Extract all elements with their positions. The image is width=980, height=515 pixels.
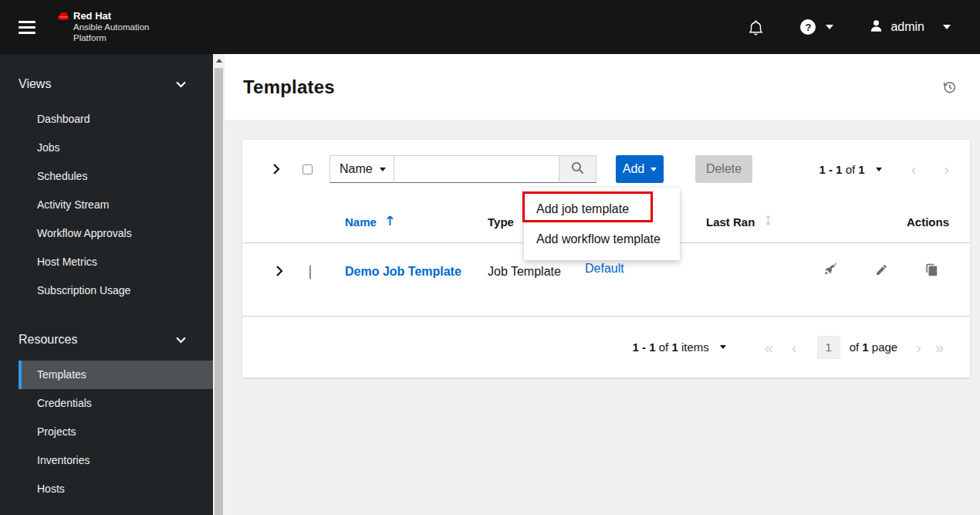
- pencil-icon[interactable]: [875, 263, 888, 277]
- sidebar-item-workflow-approvals[interactable]: Workflow Approvals: [0, 219, 213, 248]
- bottom-pagination: 1 - 1 of 1 items « ‹ of 1 page › »: [242, 317, 970, 378]
- last-page-button[interactable]: »: [935, 340, 944, 355]
- current-page-input[interactable]: [817, 336, 840, 359]
- sidebar-item-projects[interactable]: Projects: [0, 418, 213, 446]
- chevron-down-icon: [943, 25, 951, 29]
- history-icon[interactable]: [942, 80, 957, 94]
- main-content: Templates Name Add Delete: [225, 54, 980, 515]
- row-expand-icon[interactable]: [242, 243, 307, 277]
- per-page-caret-icon[interactable]: [720, 345, 726, 349]
- column-header-label: Name: [345, 215, 377, 229]
- brand-subtitle-line1: Ansible Automation: [73, 22, 149, 33]
- redhat-fedora-icon: [57, 10, 69, 24]
- sort-ascending-icon: [386, 215, 394, 229]
- chevron-down-icon: [826, 25, 833, 29]
- menu-item-add-workflow-template[interactable]: Add workflow template: [524, 224, 680, 254]
- help-menu-button[interactable]: ?: [800, 19, 833, 35]
- sidebar-item-dashboard[interactable]: Dashboard: [0, 105, 213, 134]
- brand-logo: Red Hat Ansible Automation Platform: [57, 10, 149, 43]
- sidebar-section-resources[interactable]: Resources: [0, 328, 213, 351]
- column-header-last-ran[interactable]: Last Ran: [706, 214, 823, 229]
- chevron-down-icon: [651, 168, 657, 171]
- hamburger-icon[interactable]: [19, 18, 37, 37]
- user-name: admin: [890, 20, 924, 34]
- copy-icon[interactable]: [925, 263, 938, 277]
- templates-list-card: Name Add Delete 1 - 1 of 1 ‹ ›: [242, 140, 970, 378]
- add-dropdown-menu: Add job template Add workflow template: [524, 188, 680, 260]
- search-icon: [571, 161, 584, 177]
- sidebar-item-inventories[interactable]: Inventories: [0, 446, 213, 475]
- items-range: 1 - 1 of 1 items: [633, 341, 709, 354]
- search-button[interactable]: [559, 155, 596, 183]
- rocket-icon[interactable]: [824, 263, 838, 277]
- column-header-label: Last Ran: [706, 215, 755, 229]
- menu-item-add-job-template[interactable]: Add job template: [524, 194, 680, 224]
- organization-link[interactable]: Default: [585, 262, 624, 275]
- chevron-down-icon: [380, 168, 386, 171]
- sidebar-item-schedules[interactable]: Schedules: [0, 162, 213, 191]
- sidebar-item-activity-stream[interactable]: Activity Stream: [0, 191, 213, 219]
- scrollbar-thumb[interactable]: [215, 68, 223, 515]
- next-page-button[interactable]: ›: [916, 340, 921, 355]
- sidebar-item-templates[interactable]: Templates: [19, 361, 213, 389]
- column-header-name[interactable]: Name: [345, 215, 488, 229]
- vertical-scrollbar[interactable]: [213, 54, 225, 515]
- brand-title: Red Hat: [73, 10, 149, 22]
- sidebar: Views Dashboard Jobs Schedules Activity …: [0, 54, 213, 515]
- filter-selected-label: Name: [340, 162, 373, 176]
- masthead: Red Hat Ansible Automation Platform ? ad…: [0, 0, 980, 54]
- sidebar-item-hosts[interactable]: Hosts: [0, 475, 213, 503]
- row-checkbox[interactable]: [309, 265, 311, 280]
- user-menu-button[interactable]: admin: [869, 19, 951, 36]
- scrollbar-up-arrow[interactable]: [213, 54, 225, 67]
- column-header-actions: Actions: [823, 215, 970, 229]
- sidebar-section-views[interactable]: Views: [0, 73, 213, 96]
- section-label: Views: [19, 77, 51, 91]
- top-pagination: 1 - 1 of 1 ‹ ›: [819, 161, 949, 177]
- arrows-vertical-icon: [765, 214, 772, 229]
- brand-subtitle-line2: Platform: [73, 33, 149, 44]
- row-actions: [823, 243, 970, 277]
- delete-button[interactable]: Delete: [695, 155, 752, 183]
- add-button-label: Add: [623, 162, 644, 176]
- user-icon: [869, 19, 884, 36]
- page-header: Templates: [225, 54, 980, 120]
- filter-type-select[interactable]: Name: [329, 155, 394, 183]
- sidebar-item-credentials[interactable]: Credentials: [0, 389, 213, 418]
- first-page-button[interactable]: «: [765, 340, 773, 355]
- next-page-button[interactable]: ›: [944, 161, 949, 177]
- question-circle-icon: ?: [800, 19, 816, 35]
- pagination-range: 1 - 1 of 1: [819, 163, 864, 176]
- page-title: Templates: [243, 76, 335, 98]
- section-label: Resources: [19, 333, 77, 347]
- previous-page-button[interactable]: ‹: [792, 340, 797, 355]
- pagination-menu-caret-icon[interactable]: [876, 168, 882, 171]
- previous-page-button[interactable]: ‹: [911, 161, 917, 177]
- chevron-down-icon: [176, 333, 186, 347]
- add-button[interactable]: Add: [616, 155, 664, 183]
- template-name-link[interactable]: Demo Job Template: [345, 265, 461, 278]
- chevron-down-icon: [176, 77, 186, 91]
- sidebar-item-host-metrics[interactable]: Host Metrics: [0, 248, 213, 276]
- bell-icon[interactable]: [749, 19, 763, 36]
- select-all-checkbox[interactable]: [302, 164, 313, 174]
- sidebar-item-subscription-usage[interactable]: Subscription Usage: [0, 276, 213, 305]
- sidebar-item-jobs[interactable]: Jobs: [0, 134, 213, 162]
- expand-all-icon[interactable]: [272, 163, 280, 175]
- page-count-label: of 1 page: [850, 341, 898, 354]
- search-input[interactable]: [394, 155, 559, 183]
